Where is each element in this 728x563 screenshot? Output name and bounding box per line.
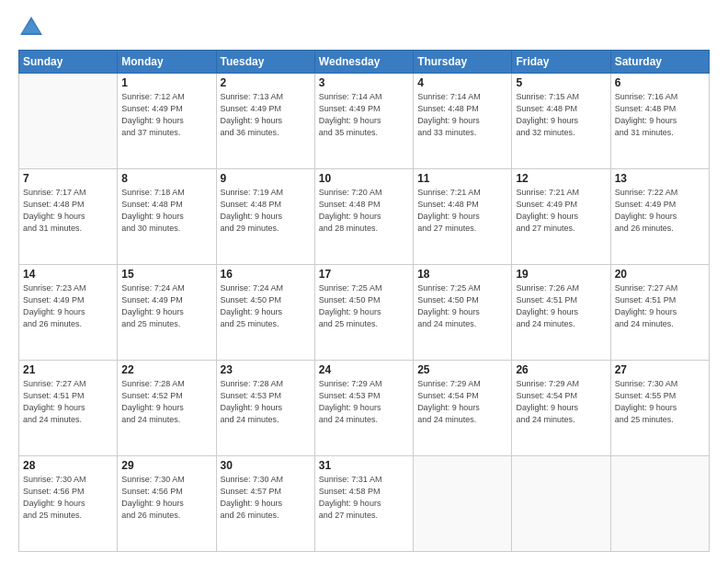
day-info: Sunrise: 7:17 AM Sunset: 4:48 PM Dayligh… [23, 187, 113, 235]
table-row: 24Sunrise: 7:29 AM Sunset: 4:53 PM Dayli… [314, 361, 413, 456]
table-row: 26Sunrise: 7:29 AM Sunset: 4:54 PM Dayli… [512, 361, 610, 456]
day-info: Sunrise: 7:24 AM Sunset: 4:49 PM Dayligh… [121, 282, 211, 330]
calendar-week-5: 28Sunrise: 7:30 AM Sunset: 4:56 PM Dayli… [19, 456, 710, 552]
table-row: 23Sunrise: 7:28 AM Sunset: 4:53 PM Dayli… [216, 361, 314, 456]
day-number: 6 [615, 76, 705, 89]
day-number: 3 [319, 76, 409, 89]
day-info: Sunrise: 7:30 AM Sunset: 4:57 PM Dayligh… [221, 474, 311, 522]
day-info: Sunrise: 7:30 AM Sunset: 4:55 PM Dayligh… [615, 378, 705, 426]
day-number: 23 [221, 363, 311, 376]
day-number: 1 [121, 76, 211, 89]
day-number: 8 [121, 172, 211, 185]
day-info: Sunrise: 7:14 AM Sunset: 4:48 PM Dayligh… [417, 91, 507, 139]
day-number: 28 [23, 459, 113, 472]
table-row: 25Sunrise: 7:29 AM Sunset: 4:54 PM Dayli… [414, 361, 512, 456]
table-row: 14Sunrise: 7:23 AM Sunset: 4:49 PM Dayli… [19, 265, 118, 361]
day-info: Sunrise: 7:29 AM Sunset: 4:54 PM Dayligh… [417, 378, 507, 426]
day-number: 9 [221, 172, 311, 185]
day-number: 10 [319, 172, 409, 185]
day-number: 24 [319, 363, 409, 376]
table-row: 30Sunrise: 7:30 AM Sunset: 4:57 PM Dayli… [216, 456, 314, 552]
day-number: 25 [417, 363, 507, 376]
table-row: 9Sunrise: 7:19 AM Sunset: 4:48 PM Daylig… [216, 169, 314, 265]
day-info: Sunrise: 7:20 AM Sunset: 4:48 PM Dayligh… [319, 187, 409, 235]
day-number: 31 [319, 459, 409, 472]
day-info: Sunrise: 7:14 AM Sunset: 4:49 PM Dayligh… [319, 91, 409, 139]
day-info: Sunrise: 7:13 AM Sunset: 4:49 PM Dayligh… [221, 91, 311, 139]
day-info: Sunrise: 7:23 AM Sunset: 4:49 PM Dayligh… [23, 282, 113, 330]
day-number: 5 [516, 76, 606, 89]
day-number: 4 [417, 76, 507, 89]
day-number: 11 [417, 172, 507, 185]
col-monday: Monday [118, 51, 216, 74]
col-sunday: Sunday [19, 51, 118, 74]
col-tuesday: Tuesday [216, 51, 314, 74]
table-row: 4Sunrise: 7:14 AM Sunset: 4:48 PM Daylig… [414, 74, 512, 169]
day-number: 18 [417, 268, 507, 281]
day-info: Sunrise: 7:21 AM Sunset: 4:49 PM Dayligh… [516, 187, 606, 235]
calendar-week-2: 7Sunrise: 7:17 AM Sunset: 4:48 PM Daylig… [19, 169, 710, 265]
table-row: 27Sunrise: 7:30 AM Sunset: 4:55 PM Dayli… [610, 361, 709, 456]
table-row: 12Sunrise: 7:21 AM Sunset: 4:49 PM Dayli… [512, 169, 610, 265]
header-row: Sunday Monday Tuesday Wednesday Thursday… [19, 51, 710, 74]
day-info: Sunrise: 7:29 AM Sunset: 4:53 PM Dayligh… [319, 378, 409, 426]
table-row: 19Sunrise: 7:26 AM Sunset: 4:51 PM Dayli… [512, 265, 610, 361]
day-number: 26 [516, 363, 606, 376]
table-row: 15Sunrise: 7:24 AM Sunset: 4:49 PM Dayli… [118, 265, 216, 361]
day-number: 21 [23, 363, 113, 376]
day-number: 19 [516, 268, 606, 281]
col-thursday: Thursday [414, 51, 512, 74]
day-info: Sunrise: 7:30 AM Sunset: 4:56 PM Dayligh… [23, 474, 113, 522]
calendar-table: Sunday Monday Tuesday Wednesday Thursday… [18, 50, 710, 552]
table-row: 20Sunrise: 7:27 AM Sunset: 4:51 PM Dayli… [610, 265, 709, 361]
table-row [512, 456, 610, 552]
table-row: 17Sunrise: 7:25 AM Sunset: 4:50 PM Dayli… [314, 265, 413, 361]
logo-icon [18, 15, 44, 40]
table-row [19, 74, 118, 169]
header [18, 15, 710, 40]
day-number: 27 [615, 363, 705, 376]
day-info: Sunrise: 7:25 AM Sunset: 4:50 PM Dayligh… [319, 282, 409, 330]
day-number: 17 [319, 268, 409, 281]
svg-marker-1 [22, 20, 40, 33]
day-number: 12 [516, 172, 606, 185]
table-row: 1Sunrise: 7:12 AM Sunset: 4:49 PM Daylig… [118, 74, 216, 169]
col-friday: Friday [512, 51, 610, 74]
table-row: 21Sunrise: 7:27 AM Sunset: 4:51 PM Dayli… [19, 361, 118, 456]
day-info: Sunrise: 7:22 AM Sunset: 4:49 PM Dayligh… [615, 187, 705, 235]
day-info: Sunrise: 7:21 AM Sunset: 4:48 PM Dayligh… [417, 187, 507, 235]
page: Sunday Monday Tuesday Wednesday Thursday… [0, 0, 728, 563]
table-row: 2Sunrise: 7:13 AM Sunset: 4:49 PM Daylig… [216, 74, 314, 169]
table-row: 28Sunrise: 7:30 AM Sunset: 4:56 PM Dayli… [19, 456, 118, 552]
col-wednesday: Wednesday [314, 51, 413, 74]
table-row: 16Sunrise: 7:24 AM Sunset: 4:50 PM Dayli… [216, 265, 314, 361]
table-row: 5Sunrise: 7:15 AM Sunset: 4:48 PM Daylig… [512, 74, 610, 169]
day-info: Sunrise: 7:29 AM Sunset: 4:54 PM Dayligh… [516, 378, 606, 426]
day-info: Sunrise: 7:26 AM Sunset: 4:51 PM Dayligh… [516, 282, 606, 330]
table-row: 7Sunrise: 7:17 AM Sunset: 4:48 PM Daylig… [19, 169, 118, 265]
day-number: 15 [121, 268, 211, 281]
day-number: 13 [615, 172, 705, 185]
day-info: Sunrise: 7:28 AM Sunset: 4:53 PM Dayligh… [221, 378, 311, 426]
table-row: 3Sunrise: 7:14 AM Sunset: 4:49 PM Daylig… [314, 74, 413, 169]
day-number: 2 [221, 76, 311, 89]
table-row: 18Sunrise: 7:25 AM Sunset: 4:50 PM Dayli… [414, 265, 512, 361]
calendar-week-4: 21Sunrise: 7:27 AM Sunset: 4:51 PM Dayli… [19, 361, 710, 456]
day-number: 29 [121, 459, 211, 472]
day-number: 7 [23, 172, 113, 185]
table-row: 31Sunrise: 7:31 AM Sunset: 4:58 PM Dayli… [314, 456, 413, 552]
day-info: Sunrise: 7:28 AM Sunset: 4:52 PM Dayligh… [121, 378, 211, 426]
calendar-week-3: 14Sunrise: 7:23 AM Sunset: 4:49 PM Dayli… [19, 265, 710, 361]
day-info: Sunrise: 7:19 AM Sunset: 4:48 PM Dayligh… [221, 187, 311, 235]
table-row: 11Sunrise: 7:21 AM Sunset: 4:48 PM Dayli… [414, 169, 512, 265]
table-row: 6Sunrise: 7:16 AM Sunset: 4:48 PM Daylig… [610, 74, 709, 169]
table-row [414, 456, 512, 552]
table-row: 29Sunrise: 7:30 AM Sunset: 4:56 PM Dayli… [118, 456, 216, 552]
day-number: 20 [615, 268, 705, 281]
day-info: Sunrise: 7:15 AM Sunset: 4:48 PM Dayligh… [516, 91, 606, 139]
day-number: 30 [221, 459, 311, 472]
table-row [610, 456, 709, 552]
table-row: 8Sunrise: 7:18 AM Sunset: 4:48 PM Daylig… [118, 169, 216, 265]
table-row: 13Sunrise: 7:22 AM Sunset: 4:49 PM Dayli… [610, 169, 709, 265]
calendar-week-1: 1Sunrise: 7:12 AM Sunset: 4:49 PM Daylig… [19, 74, 710, 169]
